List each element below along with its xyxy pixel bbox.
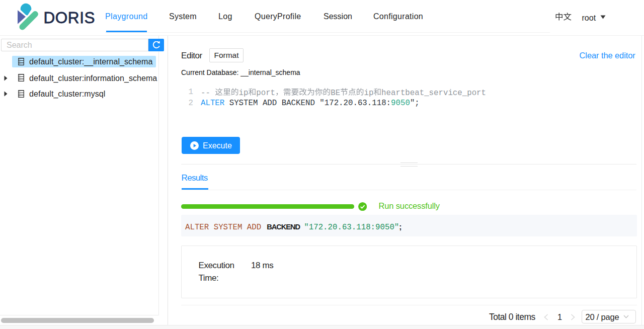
svg-text:heartbeat_service_port: heartbeat_service_port (381, 89, 486, 98)
svg-text:ip: ip (364, 89, 373, 98)
svg-text:--: -- (201, 89, 215, 98)
svg-text:port: port (256, 89, 275, 98)
svg-text:BE: BE (331, 89, 340, 98)
svg-text:ip: ip (239, 89, 249, 98)
